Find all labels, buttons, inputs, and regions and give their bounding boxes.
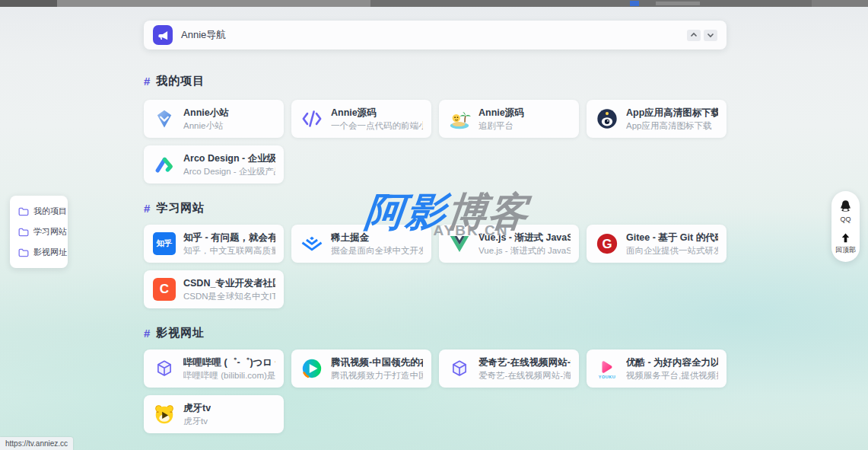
sidebar-item-video[interactable]: 影视网址 <box>10 242 68 263</box>
card-subtitle: 面向企业提供一站式研发管理解... <box>626 245 718 257</box>
card-title: App应用高清图标下载 <box>626 107 718 120</box>
folder-icon <box>18 248 29 257</box>
vue-icon <box>447 231 472 256</box>
back-to-top-label: 回顶部 <box>835 245 856 255</box>
card-title: Vue.js - 渐进式 JavaScript ... <box>479 231 571 244</box>
site-card-vuejs[interactable]: Vue.js - 渐进式 JavaScript ...Vue.js - 渐进式的… <box>439 225 579 263</box>
gem-icon <box>152 107 176 131</box>
card-subtitle: Vue.js - 渐进式的 JavaScript 框架 <box>479 245 571 257</box>
card-title: Annie源码 <box>331 107 423 120</box>
browser-chrome-strip <box>0 0 868 7</box>
card-title: 腾讯视频-中国领先的在线视... <box>331 356 423 369</box>
cube-icon <box>152 356 176 381</box>
site-card-app-icons[interactable]: App应用高清图标下载App应用高清图标下载 <box>587 100 727 138</box>
card-subtitle: 一个会一点代码的前端小学生 <box>331 120 423 132</box>
card-title: 知乎 - 有问题，就会有答案 <box>183 231 275 244</box>
card-title: Annie小站 <box>183 107 229 120</box>
island-icon <box>447 107 472 131</box>
announcement-prev-button[interactable] <box>687 30 701 41</box>
card-title: Annie源码 <box>479 107 524 120</box>
announcement-next-button[interactable] <box>704 30 717 41</box>
card-title: 优酷 - 为好内容全力以赴 <box>626 356 718 369</box>
site-card-youku[interactable]: YOUKU 优酷 - 为好内容全力以赴视频服务平台,提供视频播放,视频... <box>587 349 727 388</box>
section-title: 影视网址 <box>156 326 205 340</box>
section-header-my-projects: # 我的项目 <box>144 74 727 88</box>
card-subtitle: 追剧平台 <box>479 120 524 132</box>
folder-icon <box>18 207 29 216</box>
section-header-learning: # 学习网站 <box>144 201 727 215</box>
gitee-icon: G <box>595 231 619 256</box>
back-to-top-button[interactable]: 回顶部 <box>835 232 856 255</box>
site-card-juejin[interactable]: 稀土掘金掘金是面向全球中文开发者的技... <box>291 225 431 263</box>
huya-icon <box>152 402 176 426</box>
arco-icon <box>152 152 176 177</box>
card-title: Gitee - 基于 Git 的代码托管... <box>626 231 718 244</box>
announcement-title: Annie导航 <box>181 28 226 42</box>
chrome-segment <box>630 1 639 6</box>
juejin-icon <box>300 231 324 256</box>
card-subtitle: 哔哩哔哩 (bilibili.com)是国内知... <box>183 370 275 381</box>
chrome-segment <box>57 0 370 7</box>
tencent-video-icon <box>300 356 324 381</box>
card-subtitle: 爱奇艺-在线视频网站-海量正版... <box>479 370 571 381</box>
site-card-annie-xiaozhan[interactable]: Annie小站Annie小站 <box>144 100 284 138</box>
sidebar-item-learning[interactable]: 学习网站 <box>10 222 68 242</box>
sidebar-item-my-projects[interactable]: 我的项目 <box>10 201 68 222</box>
sidebar-item-label: 学习网站 <box>33 226 67 238</box>
card-grid: 知乎 知乎 - 有问题，就会有答案知乎，中文互联网高质量的问答... 稀土掘金掘… <box>144 225 727 308</box>
site-card-tencent-video[interactable]: 腾讯视频-中国领先的在线视...腾讯视频致力于打造中国领先的... <box>291 349 431 388</box>
sidebar-item-label: 我的项目 <box>33 206 67 217</box>
app-eye-icon <box>595 107 619 131</box>
card-title: 哔哩哔哩 (゜-゜)つロ 干杯~... <box>183 356 275 369</box>
card-subtitle: 知乎，中文互联网高质量的问答... <box>183 245 275 257</box>
site-card-csdn[interactable]: C CSDN_专业开发者社区_已...CSDN是全球知名中文IT技术交... <box>144 270 284 308</box>
hash-icon: # <box>144 327 150 340</box>
chrome-segment <box>812 0 868 7</box>
svg-text:G: G <box>602 237 612 251</box>
card-subtitle: App应用高清图标下载 <box>626 120 718 132</box>
card-title: 爱奇艺-在线视频网站-海量... <box>479 356 571 369</box>
zhihu-icon: 知乎 <box>152 231 176 256</box>
section-title: 我的项目 <box>156 74 205 88</box>
csdn-icon: C <box>152 277 176 302</box>
hash-icon: # <box>144 75 150 88</box>
site-card-iqiyi[interactable]: 爱奇艺-在线视频网站-海量...爱奇艺-在线视频网站-海量正版... <box>439 349 579 388</box>
hash-icon: # <box>144 202 150 215</box>
youku-wordmark: YOUKU <box>599 375 615 379</box>
card-grid: 哔哩哔哩 (゜-゜)つロ 干杯~...哔哩哔哩 (bilibili.com)是国… <box>144 349 727 433</box>
site-card-arco-design[interactable]: Arco Design - 企业级产品...Arco Design - 企业级产… <box>144 145 284 184</box>
card-title: 稀土掘金 <box>331 231 423 244</box>
section-quick-nav: 我的项目 学习网站 影视网址 <box>10 196 68 268</box>
qq-icon <box>839 199 852 214</box>
chrome-segment <box>656 2 700 5</box>
folder-icon <box>18 228 29 237</box>
card-subtitle: 腾讯视频致力于打造中国领先的... <box>331 370 423 381</box>
quick-actions-pill: QQ 回顶部 <box>831 191 860 262</box>
site-card-annie-source[interactable]: Annie源码一个会一点代码的前端小学生 <box>291 100 431 138</box>
site-card-gitee[interactable]: G Gitee - 基于 Git 的代码托管...面向企业提供一站式研发管理解.… <box>587 225 727 263</box>
section-title: 学习网站 <box>156 201 205 215</box>
card-subtitle: CSDN是全球知名中文IT技术交... <box>183 291 275 302</box>
youku-icon: YOUKU <box>595 356 619 381</box>
card-subtitle: 掘金是面向全球中文开发者的技... <box>331 245 423 257</box>
chrome-segment <box>0 0 57 7</box>
sidebar-item-label: 影视网址 <box>33 247 67 258</box>
section-header-video: # 影视网址 <box>144 326 727 340</box>
link-preview-statusbar: https://tv.anniez.cc <box>0 437 73 450</box>
card-subtitle: Annie小站 <box>183 120 229 132</box>
qq-contact-button[interactable]: QQ <box>839 199 852 223</box>
nav-homepage: Annie导航 # 我的项目 Annie小站Annie小站 <box>0 0 868 450</box>
site-card-annie-tv[interactable]: Annie源码追剧平台 <box>439 100 579 138</box>
site-card-huya[interactable]: 虎牙tv虎牙tv <box>144 395 284 433</box>
qq-label: QQ <box>840 215 851 223</box>
site-card-zhihu[interactable]: 知乎 知乎 - 有问题，就会有答案知乎，中文互联网高质量的问答... <box>144 225 284 263</box>
cube-icon <box>447 356 472 381</box>
card-title: Arco Design - 企业级产品... <box>183 152 275 165</box>
announcement-bar: Annie导航 <box>144 21 727 49</box>
megaphone-icon <box>153 25 173 45</box>
site-card-bilibili[interactable]: 哔哩哔哩 (゜-゜)つロ 干杯~...哔哩哔哩 (bilibili.com)是国… <box>144 349 284 388</box>
card-subtitle: 视频服务平台,提供视频播放,视频... <box>626 370 718 381</box>
code-icon <box>300 107 324 131</box>
arrow-up-icon <box>840 232 851 244</box>
card-title: CSDN_专业开发者社区_已... <box>183 277 275 290</box>
